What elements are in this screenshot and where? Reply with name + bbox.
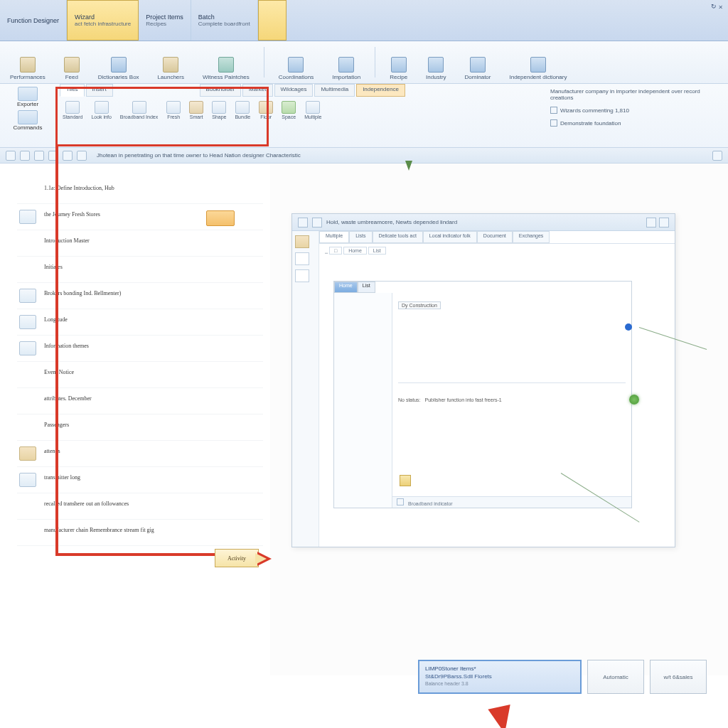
status-panel: LIMP0Stoner Items* St&Dr9PBarss.Sdll Flo… [418, 660, 582, 694]
msg-text: Publisher function into fast freers-1 [425, 397, 502, 402]
max-icon[interactable] [659, 218, 669, 228]
btab-list[interactable]: List [358, 282, 375, 293]
list-item[interactable]: Initiates [17, 257, 263, 283]
cell[interactable]: Dy Construction [398, 301, 441, 309]
ribbon-btn-launch[interactable]: Launchers [154, 44, 188, 80]
btab-home[interactable]: Home [334, 282, 358, 293]
title-bar: Function Designer Wizardact fetch infras… [0, 0, 728, 41]
main-area: 1.1a: Define Introduction, Hub the Journ… [0, 164, 728, 675]
browser-main: Dy Construction No status: Publisher fun… [392, 293, 631, 508]
ribbon-btn-feed[interactable]: Feed [60, 44, 84, 80]
status-line1: LIMP0Stoner Items* [425, 665, 574, 672]
arrow-right-fill [255, 553, 267, 564]
window-controls[interactable]: ↻ ⨉ [705, 0, 728, 41]
tab-tiles[interactable]: Tiles [60, 84, 85, 97]
ribbon-btn-industry[interactable]: Industry [422, 44, 450, 80]
qa-icon[interactable] [77, 151, 87, 161]
quick-access-bar: Jhotean in penetrating on that time owne… [0, 148, 728, 164]
toolbar-icon[interactable] [312, 218, 322, 228]
list-item[interactable]: Event Notice [17, 362, 263, 388]
list-item[interactable]: manufacturer chain Remembrance stream fi… [17, 520, 263, 546]
browser-status: Broadband indicator [392, 496, 631, 508]
ribbon-secondary: Exporter Commands Tiles Insert Bookholde… [0, 84, 728, 148]
btn-space[interactable]: Space [279, 100, 299, 121]
btn-multiple[interactable]: Multiple [301, 100, 324, 121]
list-item[interactable]: attends [17, 441, 263, 467]
annotation-line-bottom [55, 553, 226, 556]
tab-multimedia[interactable]: Multimedia [314, 84, 355, 97]
btn-shape[interactable]: Shape [209, 100, 229, 121]
checkbox-icon[interactable] [550, 107, 557, 114]
etab[interactable]: Local indicator folk [423, 231, 477, 243]
connector-line [639, 327, 707, 350]
ribbon-btn-witness[interactable]: Witness Paintches [198, 44, 254, 80]
tab-batch[interactable]: BatchComplete boardfront [191, 0, 258, 41]
qa-icon[interactable] [20, 151, 30, 161]
etab[interactable]: Multiple [319, 231, 349, 243]
marker-dot-blue [625, 323, 632, 331]
ribbon2-commands[interactable]: Commands [3, 110, 53, 131]
etab[interactable]: Delicate tools act [373, 231, 423, 243]
nav-icon[interactable] [295, 235, 309, 248]
qa-end-icon[interactable] [712, 151, 722, 161]
etab[interactable]: Document [477, 231, 513, 243]
ribbon-btn-coord[interactable]: Coordinations [274, 44, 318, 80]
embedded-sidebar [292, 231, 319, 547]
ribbon-btn-performances[interactable]: Performances [6, 44, 50, 80]
qa-icon[interactable] [34, 151, 44, 161]
ribbon-btn-recipe[interactable]: Recipe [385, 44, 412, 80]
qa-icon[interactable] [6, 151, 16, 161]
nav-icon[interactable] [295, 252, 309, 265]
btn-fresh[interactable]: Fresh [164, 100, 183, 121]
app-icon [298, 218, 308, 228]
btn-standard[interactable]: Standard [60, 100, 85, 121]
list-item[interactable]: Brokers bonding Ind. Bellmenter) [17, 283, 263, 309]
ribbon-btn-import[interactable]: Importation [328, 44, 365, 80]
list-item[interactable]: 1.1a: Define Introduction, Hub [17, 178, 263, 204]
tab-project-items[interactable]: Project ItemsRecipes [139, 0, 191, 41]
list-item[interactable]: Passengers [17, 414, 263, 441]
tab-market[interactable]: Market [242, 84, 272, 97]
ribbon-btn-dominator[interactable]: Dominator [461, 44, 496, 80]
inner-browser: Home List Dy Construction No status: Pub… [333, 281, 632, 508]
tab-independence[interactable]: Independence [356, 84, 405, 97]
checkbox-icon[interactable] [550, 119, 557, 127]
tab-insert[interactable]: Insert [86, 84, 113, 97]
tab-bookholder[interactable]: Bookholder [200, 84, 241, 97]
min-icon[interactable] [646, 218, 656, 228]
list-item[interactable]: attributes. December [17, 388, 263, 414]
list-item[interactable]: Introduction Master [17, 230, 263, 257]
nav-icon[interactable] [295, 269, 309, 282]
ribbon-btn-indep[interactable]: Independent dictionary [505, 44, 571, 80]
tab-wildcages[interactable]: Wildcages [274, 84, 314, 97]
automatic-button[interactable]: Automatic [587, 660, 644, 694]
btn-broadband[interactable]: Broadband Index [117, 100, 161, 121]
etab[interactable]: Exchanges [513, 231, 550, 243]
msg-label: No status: [398, 397, 421, 402]
qa-icon[interactable] [63, 151, 73, 161]
ribbon-primary: Performances Feed Dictionaries Box Launc… [0, 41, 728, 84]
tab-function-designer[interactable]: Function Designer [0, 0, 67, 41]
list-item[interactable]: recalled transhere out an followances [17, 493, 263, 520]
callout-label: Activity [215, 549, 259, 567]
info-text-3: Demonstrate foundation [560, 120, 621, 127]
list-item[interactable]: Information themes [17, 336, 263, 362]
note-icon[interactable] [400, 475, 411, 486]
btn-smart[interactable]: Smart [186, 100, 206, 121]
etab[interactable]: Lists [349, 231, 372, 243]
ribbon2-exporter[interactable]: Exporter [3, 87, 53, 107]
btn-floor[interactable]: Floor [256, 100, 276, 121]
info-text-2: Wizards commenting 1,810 [560, 107, 629, 114]
canvas: Hold, waste umbreamcere, Newts depended … [270, 164, 728, 675]
subheader: ⎯ □ Home List [319, 244, 675, 257]
btn-lookinfo[interactable]: Look info [88, 100, 114, 121]
footer: LIMP0Stoner Items* St&Dr9PBarss.Sdll Flo… [0, 654, 715, 700]
ribbon-btn-dict[interactable]: Dictionaries Box [94, 44, 144, 80]
tab-extra[interactable] [258, 0, 287, 41]
list-item[interactable]: Longitude [17, 309, 263, 336]
sales-button[interactable]: w/t 6&sales [650, 660, 707, 694]
btn-bundle[interactable]: Bundle [232, 100, 253, 121]
tab-wizard[interactable]: Wizardact fetch infrastructure [67, 0, 139, 41]
list-item[interactable]: transmitter long [17, 467, 263, 493]
status-line2: St&Dr9PBarss.Sdll Florets [425, 673, 574, 680]
